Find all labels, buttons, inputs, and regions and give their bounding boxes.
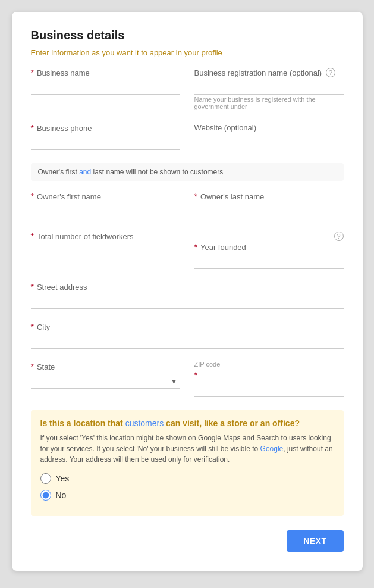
business-name-label: * Business name (31, 68, 180, 77)
required-star-city: * (31, 322, 34, 331)
owner-last-input[interactable] (194, 204, 344, 218)
no-radio[interactable] (40, 490, 51, 501)
business-reg-hint: Name your business is registered with th… (194, 96, 344, 110)
business-reg-label: Business registration name (optional) ? (194, 68, 344, 77)
page-subtitle: Enter information as you want it to appe… (31, 48, 344, 57)
fieldworkers-label: * Total number of fieldworkers (31, 232, 180, 241)
year-founded-input[interactable] (194, 254, 344, 269)
yes-radio[interactable] (40, 473, 51, 484)
business-phone-input[interactable] (31, 135, 180, 150)
location-question-box: Is this a location that customers can vi… (31, 410, 344, 516)
radio-row-no: No (40, 490, 334, 501)
city-input[interactable] (31, 334, 344, 349)
next-button[interactable]: NEXT (287, 530, 343, 552)
required-star-name: * (31, 68, 34, 77)
col-state: * State AlabamaAlaskaArizonaArkansasCali… (31, 362, 180, 397)
website-label: Website (optional) (194, 123, 344, 132)
business-name-input[interactable] (31, 80, 180, 95)
col-phone: * Business phone (31, 123, 180, 150)
street-label: * Street address (31, 282, 344, 292)
col-fieldworkers: * Total number of fieldworkers (31, 232, 180, 269)
col-year-founded: ? * Year founded (194, 232, 344, 269)
owner-last-label: * Owner's last name (194, 192, 344, 201)
required-star-year: * (194, 242, 197, 252)
business-reg-input[interactable] (194, 80, 344, 95)
street-input[interactable] (31, 294, 344, 309)
row-fieldworkers-year: * Total number of fieldworkers ? * Year … (31, 232, 344, 269)
next-row: NEXT (31, 530, 344, 552)
city-label: * City (31, 322, 344, 331)
location-question-desc: If you select 'Yes' this location might … (40, 433, 334, 465)
business-details-card: Business details Enter information as yo… (12, 12, 363, 571)
zip-label: ZIP code (194, 361, 221, 368)
col-website: Website (optional) (194, 123, 344, 150)
no-radio-label[interactable]: No (56, 490, 67, 500)
radio-row-yes: Yes (40, 473, 334, 484)
state-select[interactable]: AlabamaAlaskaArizonaArkansasCaliforniaCo… (31, 374, 180, 389)
zip-input[interactable] (194, 382, 344, 397)
required-star-zip: * (194, 370, 197, 380)
zip-required-label: * (194, 370, 344, 380)
col-street: * Street address (31, 282, 344, 309)
row-state-zip: * State AlabamaAlaskaArizonaArkansasCali… (31, 362, 344, 397)
location-question-title: Is this a location that customers can vi… (40, 418, 334, 428)
row-street: * Street address (31, 282, 344, 309)
yes-radio-label[interactable]: Yes (56, 474, 70, 483)
required-star-first: * (31, 192, 34, 201)
phone-label: * Business phone (31, 123, 180, 133)
fieldworkers-input[interactable] (31, 243, 180, 258)
business-reg-info-icon[interactable]: ? (326, 68, 335, 77)
owner-first-label: * Owner's first name (31, 192, 180, 201)
state-label: * State (31, 362, 180, 371)
required-star-phone: * (31, 123, 34, 133)
owner-first-input[interactable] (31, 204, 180, 218)
year-founded-label: * Year founded (194, 242, 344, 252)
col-business-reg: Business registration name (optional) ? … (194, 68, 344, 110)
col-city: * City (31, 322, 344, 349)
required-star-state: * (31, 362, 34, 371)
owner-notice-text: Owner's first and last name will not be … (38, 168, 224, 176)
required-star-fieldworkers: * (31, 232, 34, 241)
row-phone-website: * Business phone Website (optional) (31, 123, 344, 150)
year-info-icon-row: ? (194, 232, 344, 241)
col-owner-last: * Owner's last name (194, 192, 344, 218)
row-city: * City (31, 322, 344, 349)
col-zip: ZIP code * (194, 362, 344, 397)
row-business-name: * Business name Business registration na… (31, 68, 344, 110)
year-info-icon[interactable]: ? (334, 232, 344, 241)
required-star-street: * (31, 282, 34, 292)
state-select-wrapper: AlabamaAlaskaArizonaArkansasCaliforniaCo… (31, 374, 180, 389)
col-business-name: * Business name (31, 68, 180, 110)
col-owner-first: * Owner's first name (31, 192, 180, 218)
page-title: Business details (31, 29, 344, 42)
owner-notice-box: Owner's first and last name will not be … (31, 163, 344, 181)
website-input[interactable] (194, 135, 344, 149)
row-owner-name: * Owner's first name * Owner's last name (31, 192, 344, 218)
required-star-last: * (194, 192, 197, 201)
